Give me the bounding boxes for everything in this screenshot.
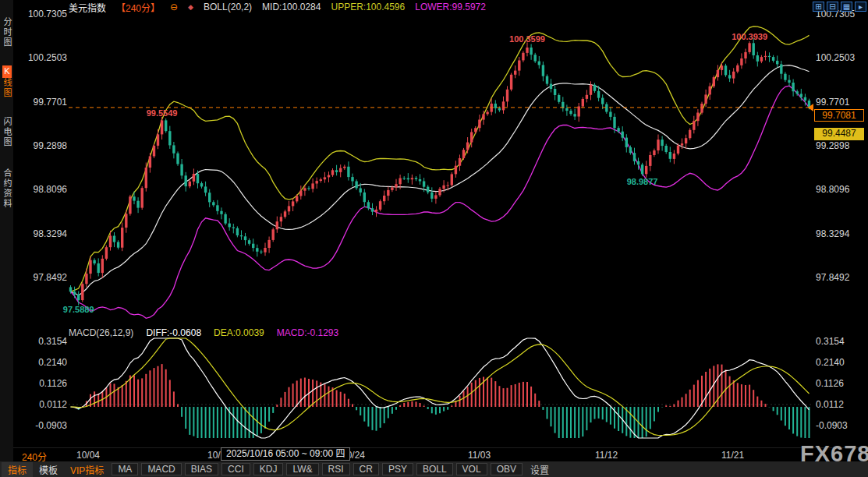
indicator-button-rsi[interactable]: RSI bbox=[322, 463, 350, 475]
time-range-tooltip: 2025/10/16 05:00 ~ 09:00 四 bbox=[221, 447, 350, 461]
macd-axis-label-right: 0.2140 bbox=[816, 357, 867, 368]
macd-dea-value: DEA:0.0039 bbox=[214, 327, 264, 338]
indicator-button-macd[interactable]: MACD bbox=[141, 463, 181, 475]
sidebar-tab-2[interactable]: K线图 bbox=[2, 65, 12, 98]
period-tag: 【240分】 bbox=[116, 1, 160, 14]
indicator-button-obv[interactable]: OBV bbox=[491, 463, 523, 475]
split-layout-icon[interactable]: ⊟ bbox=[827, 2, 838, 12]
indicator-button-ma[interactable]: MA bbox=[112, 463, 138, 475]
indicator-button-bias[interactable]: BIAS bbox=[185, 463, 218, 475]
y-axis-label-right: 100.2503 bbox=[816, 52, 867, 63]
toolbar-tab-vip[interactable]: VIP指标 bbox=[64, 462, 110, 477]
toolbar-tab-template[interactable]: 模板 bbox=[33, 462, 64, 477]
svg-text:100.3939: 100.3939 bbox=[732, 32, 767, 41]
boll-lower-value: LOWER:99.5972 bbox=[415, 2, 486, 12]
indicator-candle-icon: ◆ bbox=[188, 3, 193, 11]
macd-indicator-label: MACD(26,12,9) bbox=[69, 327, 133, 338]
macd-diff-value: DIFF:-0.0608 bbox=[146, 327, 201, 338]
svg-text:99.5549: 99.5549 bbox=[147, 108, 178, 118]
y-axis-label-left: 98.8096 bbox=[9, 184, 67, 195]
settings-button[interactable]: 设置 bbox=[524, 462, 555, 477]
y-axis-label-left: 100.7305 bbox=[9, 9, 67, 19]
symbol-name: 美元指数 bbox=[69, 1, 106, 14]
indicator-button-kdj[interactable]: KDJ bbox=[253, 463, 284, 475]
y-axis-label-left: 99.7701 bbox=[9, 97, 67, 108]
y-axis-label-right: 97.8492 bbox=[816, 272, 867, 283]
macd-axis-label-right: 0.3154 bbox=[816, 336, 867, 347]
indicator-button-cci[interactable]: CCI bbox=[221, 463, 250, 475]
left-sidebar: 分时图K线图闪电图合约资料 bbox=[0, 0, 13, 461]
indicator-button-psy[interactable]: PSY bbox=[382, 463, 413, 475]
boll-indicator-label: BOLL(20,2) bbox=[204, 2, 252, 12]
last-price-badge: 99.7081 bbox=[814, 109, 864, 122]
window-controls: ⊞⊟▦▸ bbox=[813, 2, 866, 12]
macd-macd-value: MACD:-0.1293 bbox=[277, 327, 338, 338]
indicator-button-lw[interactable]: LW& bbox=[286, 463, 318, 475]
x-axis-date-label: 11/21 bbox=[721, 450, 744, 461]
macd-axis-label-left: 0.0112 bbox=[9, 399, 67, 410]
y-axis-label-right: 99.7701 bbox=[816, 97, 867, 108]
toolbar-tab-indicator[interactable]: 指标 bbox=[2, 462, 33, 477]
circle-minus-icon[interactable]: ⊖ bbox=[170, 2, 178, 12]
indicator-button-boll[interactable]: BOLL bbox=[416, 463, 453, 475]
chart-header: 美元指数 【240分】 ⊖ ◆ BOLL(20,2) MID:100.0284 … bbox=[69, 0, 486, 14]
macd-header: MACD(26,12,9) DIFF:-0.0608 DEA:0.0039 MA… bbox=[69, 327, 338, 338]
trading-chart-app: 97.588999.5549100.359998.9877100.3939 分时… bbox=[0, 0, 868, 477]
x-axis-date-label: 11/12 bbox=[595, 450, 618, 461]
macd-axis-label-left: -0.0903 bbox=[9, 420, 67, 431]
y-axis-label-left: 99.2898 bbox=[9, 140, 67, 151]
svg-text:98.9877: 98.9877 bbox=[627, 177, 658, 186]
y-axis-label-left: 98.3294 bbox=[9, 228, 67, 239]
candlestick-chart-canvas[interactable]: 97.588999.5549100.359998.9877100.3939 bbox=[0, 0, 868, 477]
sidebar-tab-1[interactable]: 分时图 bbox=[2, 17, 12, 48]
x-axis-date-label: 10/04 bbox=[76, 450, 100, 461]
sidebar-tab-4[interactable]: 合约资料 bbox=[2, 168, 12, 209]
macd-axis-label-right: 0.1126 bbox=[816, 378, 867, 389]
boll-mid-value: MID:100.0284 bbox=[262, 2, 321, 12]
bottom-toolbar: 指标模板VIP指标MAMACDBIASCCIKDJLW&RSICRPSYBOLL… bbox=[0, 461, 868, 477]
grid-layout-icon[interactable]: ⊞ bbox=[813, 2, 824, 12]
expand-panel-icon[interactable]: ▸ bbox=[855, 2, 866, 12]
active-tab-marker: K bbox=[2, 65, 12, 78]
indicator-button-vol[interactable]: VOL bbox=[456, 463, 487, 475]
indicator-button-cr[interactable]: CR bbox=[353, 463, 379, 475]
macd-axis-label-left: 0.3154 bbox=[9, 336, 67, 347]
x-axis-date-label: 11/03 bbox=[468, 450, 491, 461]
boll-upper-value: UPPER:100.4596 bbox=[331, 2, 405, 12]
secondary-price-badge: 99.4487 bbox=[814, 128, 864, 140]
sidebar-tab-3[interactable]: 闪电图 bbox=[2, 117, 12, 147]
y-axis-label-left: 100.2503 bbox=[9, 52, 67, 63]
svg-text:100.3599: 100.3599 bbox=[509, 34, 545, 44]
y-axis-label-right: 99.2898 bbox=[816, 140, 867, 151]
svg-text:97.5889: 97.5889 bbox=[63, 305, 94, 314]
macd-axis-label-right: 0.0112 bbox=[816, 399, 867, 410]
macd-axis-label-left: 0.2140 bbox=[9, 357, 67, 368]
y-axis-label-right: 98.8096 bbox=[816, 184, 867, 195]
y-axis-label-right: 98.3294 bbox=[816, 228, 867, 239]
macd-axis-label-left: 0.1126 bbox=[9, 378, 67, 389]
multi-panel-icon[interactable]: ▦ bbox=[841, 2, 852, 12]
y-axis-label-left: 97.8492 bbox=[9, 272, 67, 283]
price-marker-arrow-icon bbox=[808, 104, 813, 111]
macd-axis-label-right: -0.0903 bbox=[816, 420, 867, 431]
